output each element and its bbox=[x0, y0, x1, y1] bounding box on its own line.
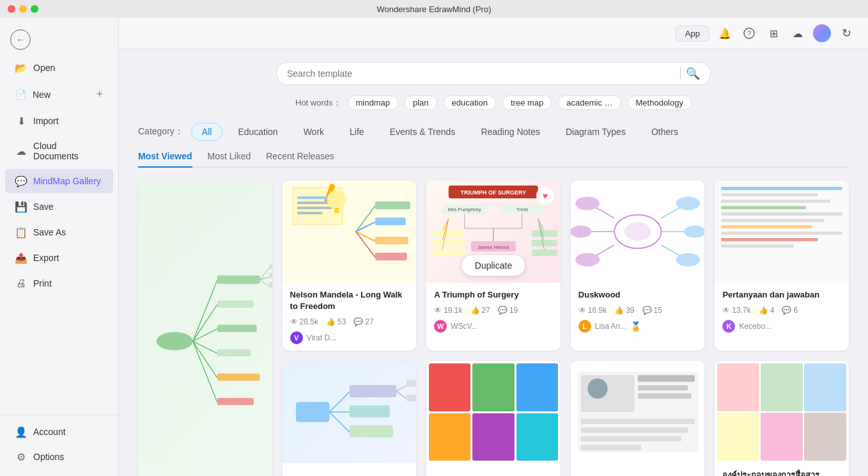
author-name-surgery: WScV... bbox=[451, 322, 477, 331]
sidebar-item-open[interactable]: 📂 Open bbox=[5, 56, 113, 80]
cat-education[interactable]: Education bbox=[228, 123, 288, 140]
cat-others[interactable]: Others bbox=[641, 123, 688, 140]
cat-reading-notes[interactable]: Reading Notes bbox=[470, 123, 550, 140]
new-plus-icon[interactable]: + bbox=[96, 88, 103, 101]
author-name-duskwood: Lisa An... bbox=[595, 322, 626, 331]
grid-icon[interactable]: ⊞ bbox=[764, 24, 782, 42]
duplicate-overlay[interactable]: Duplicate bbox=[462, 255, 525, 276]
tab-most-liked[interactable]: Most Liked bbox=[208, 151, 251, 168]
hot-word-education[interactable]: education bbox=[444, 95, 496, 110]
mindmap-svg bbox=[138, 180, 272, 476]
comment-icon: 💬 bbox=[498, 306, 508, 315]
svg-rect-93 bbox=[581, 419, 695, 424]
stat-comments: 💬 27 bbox=[353, 317, 373, 326]
svg-text:Tricki: Tricki bbox=[516, 207, 529, 212]
svg-rect-37 bbox=[334, 208, 339, 213]
card-title-pertanyaan: Pertanyaan dan jawaban bbox=[722, 289, 841, 301]
cat-diagram-types[interactable]: Diagram Types bbox=[555, 123, 636, 140]
back-button[interactable]: ← bbox=[0, 24, 118, 55]
header-actions: App 🔔 ? ⊞ ☁ ↻ bbox=[676, 24, 855, 42]
svg-rect-20 bbox=[269, 282, 272, 288]
svg-point-72 bbox=[575, 253, 600, 267]
svg-rect-9 bbox=[217, 275, 260, 283]
cards-grid: Nelson Mandela - Long Walk to Freedom 👁 … bbox=[138, 180, 849, 476]
svg-line-84 bbox=[396, 392, 407, 399]
card-org-component[interactable]: องค์ประกอบของการสื่อสาร 👁 13.4k 👍 16 bbox=[715, 361, 849, 476]
hot-word-treemap[interactable]: tree map bbox=[502, 95, 552, 110]
sidebar-item-options[interactable]: ⚙ Options bbox=[5, 445, 113, 469]
account-icon: 👤 bbox=[15, 426, 27, 438]
sidebar: ← 📂 Open 📄 New + ⬇ Import ☁ Cloud Docume… bbox=[0, 18, 119, 476]
comment-icon: 💬 bbox=[782, 306, 791, 315]
sidebar-bottom: 👤 Account ⚙ Options bbox=[0, 415, 118, 470]
sidebar-item-new[interactable]: 📄 New + bbox=[5, 81, 113, 107]
card-pertanyaan[interactable]: Pertanyaan dan jawaban 👁 13.7k 👍 4 bbox=[715, 180, 849, 351]
tab-recent-releases[interactable]: Recent Releases bbox=[266, 151, 334, 168]
hot-word-academic[interactable]: academic … bbox=[558, 95, 621, 110]
sidebar-save-as-label: Save As bbox=[33, 227, 66, 237]
minimize-button[interactable] bbox=[19, 5, 27, 13]
heart-button[interactable]: ♥ bbox=[536, 187, 554, 205]
sidebar-item-account[interactable]: 👤 Account bbox=[5, 420, 113, 444]
card-title-surgery: A Triumph of Surgery bbox=[434, 289, 553, 301]
eye-icon: 👁 bbox=[290, 317, 298, 326]
tab-most-viewed[interactable]: Most Viewed bbox=[138, 151, 192, 168]
sidebar-item-cloud[interactable]: ☁ Cloud Documents bbox=[5, 134, 113, 168]
sidebar-item-mindmap-gallery[interactable]: 💬 MindMap Gallery bbox=[5, 169, 113, 193]
svg-line-15 bbox=[260, 268, 269, 280]
hot-word-mindmap[interactable]: mindmap bbox=[348, 95, 398, 110]
card-nelson-mandela[interactable]: Nelson Mandela - Long Walk to Freedom 👁 … bbox=[283, 180, 417, 351]
svg-rect-18 bbox=[269, 264, 272, 269]
help-icon[interactable]: ? bbox=[740, 24, 758, 42]
card-large-mindmap[interactable] bbox=[138, 180, 272, 476]
gallery-area: 🔍 Hot words： mindmap plan education tree… bbox=[119, 49, 868, 476]
comment-icon: 💬 bbox=[642, 306, 652, 315]
svg-rect-32 bbox=[375, 202, 410, 209]
sidebar-item-print[interactable]: 🖨 Print bbox=[5, 271, 113, 296]
maximize-button[interactable] bbox=[31, 5, 38, 13]
svg-rect-59 bbox=[532, 240, 557, 246]
card-info-pertanyaan: Pertanyaan dan jawaban 👁 13.7k 👍 4 bbox=[715, 283, 849, 339]
cat-work[interactable]: Work bbox=[293, 123, 334, 140]
search-button[interactable]: 🔍 bbox=[686, 67, 700, 81]
svg-text:TRIUMPH OF SURGERY: TRIUMPH OF SURGERY bbox=[461, 189, 527, 196]
svg-line-31 bbox=[355, 232, 375, 257]
sidebar-item-save-as[interactable]: 📋 Save As bbox=[5, 220, 113, 244]
cat-all[interactable]: All bbox=[191, 123, 223, 141]
header: App 🔔 ? ⊞ ☁ ↻ bbox=[119, 18, 868, 49]
card-bottom-photo[interactable] bbox=[571, 361, 705, 476]
svg-rect-90 bbox=[638, 376, 695, 382]
photo-svg bbox=[571, 361, 705, 463]
card-bottom-colorful[interactable] bbox=[426, 361, 561, 476]
pertanyaan-thumb bbox=[715, 180, 849, 283]
close-button[interactable] bbox=[8, 5, 15, 13]
svg-text:Mrs.Pumphrey: Mrs.Pumphrey bbox=[448, 207, 481, 212]
card-triumph-surgery[interactable]: TRIUMPH OF SURGERY Mrs.Pumphrey Tricki bbox=[426, 180, 561, 351]
card-bottom-mindmap[interactable] bbox=[283, 361, 417, 476]
save-as-icon: 📋 bbox=[15, 226, 27, 238]
sort-tabs: Most Viewed Most Liked Recent Releases bbox=[138, 151, 849, 168]
svg-point-70 bbox=[575, 197, 600, 210]
hot-word-methodology[interactable]: Methodology bbox=[628, 95, 692, 110]
cat-events-trends[interactable]: Events & Trends bbox=[380, 123, 466, 140]
refresh-icon[interactable]: ↻ bbox=[837, 24, 855, 42]
cloud-sync-icon[interactable]: ☁ bbox=[789, 24, 807, 42]
svg-rect-34 bbox=[375, 237, 408, 244]
nelson-svg bbox=[283, 180, 417, 283]
hot-word-plan[interactable]: plan bbox=[405, 95, 437, 110]
sidebar-item-export[interactable]: 📤 Export bbox=[5, 246, 113, 270]
cat-life[interactable]: Life bbox=[339, 123, 375, 140]
hot-words-label: Hot words： bbox=[295, 97, 341, 109]
user-avatar[interactable] bbox=[813, 24, 831, 42]
svg-line-17 bbox=[260, 280, 269, 286]
bottom-mindmap-svg bbox=[283, 361, 417, 463]
app-button[interactable]: App bbox=[676, 26, 709, 42]
notification-icon[interactable]: 🔔 bbox=[716, 24, 734, 42]
sidebar-item-import[interactable]: ⬇ Import bbox=[5, 109, 113, 133]
svg-rect-95 bbox=[581, 436, 681, 441]
search-input[interactable] bbox=[287, 68, 675, 79]
sidebar-item-save[interactable]: 💾 Save bbox=[5, 194, 113, 219]
card-info-surgery: A Triumph of Surgery 👁 19.1k 👍 27 bbox=[426, 283, 561, 339]
card-duskwood[interactable]: Duskwood 👁 16.9k 👍 39 💬 bbox=[571, 180, 705, 351]
card-info-nelson: Nelson Mandela - Long Walk to Freedom 👁 … bbox=[283, 283, 417, 351]
